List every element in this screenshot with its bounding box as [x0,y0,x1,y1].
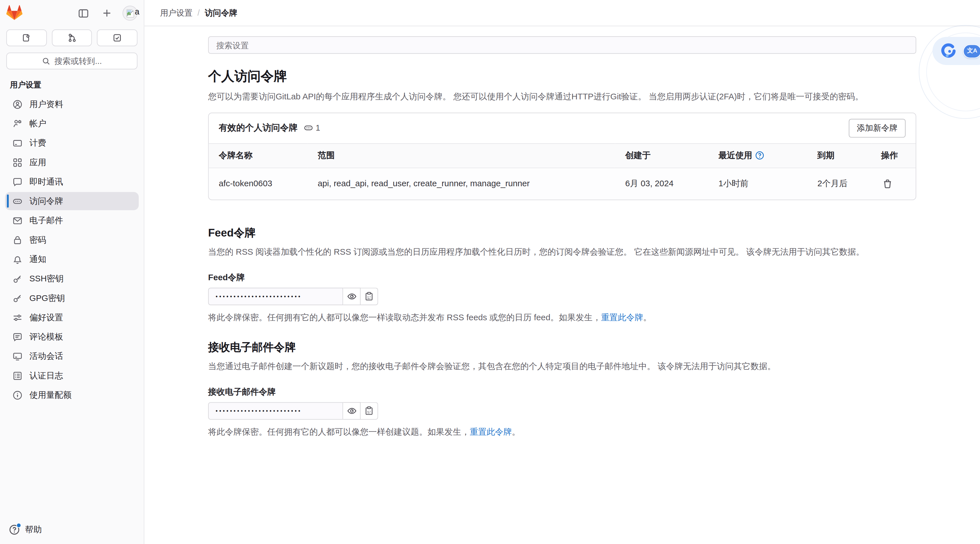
feed-token-copy-button[interactable] [361,288,378,305]
sidebar-item-label: 通知 [30,254,46,265]
help-label: 帮助 [25,524,42,536]
active-tokens-card: 有效的个人访问令牌 1 添加新令牌 令牌名称 范围 创建于 最近使用 [208,112,916,200]
sidebar-item-label: 用户资料 [30,99,63,110]
sidebar-item-label: 访问令牌 [30,195,63,207]
merge-requests-shortcut-button[interactable] [52,30,92,46]
envelope-icon [13,215,22,225]
translate-icon[interactable]: 文A [963,44,980,57]
sidebar-item-label: SSH密钥 [30,273,64,284]
search-icon [42,56,51,65]
email-token-field-label: 接收电子邮件令牌 [208,386,916,398]
col-last-used: 最近使用 [708,143,808,168]
sidebar-item-applications[interactable]: 应用 [5,153,139,171]
active-indicator [7,195,9,207]
todo-shortcut-button[interactable] [97,30,137,46]
feed-token-field-label: Feed令牌 [208,272,916,283]
col-scopes: 范围 [308,143,616,168]
breadcrumb-section[interactable]: 用户设置 [160,7,192,18]
sidebar-item-label: 电子邮件 [30,215,63,226]
sidebar-item-label: 认证日志 [30,370,63,381]
lock-icon [13,235,22,245]
sidebar-item-profile[interactable]: 用户资料 [5,95,139,113]
col-created: 创建于 [615,143,708,168]
feed-token-reveal-button[interactable] [343,288,361,305]
sidebar-item-billing[interactable]: 计费 [5,134,139,152]
email-token-description: 当您通过电子邮件创建一个新议题时，您的接收电子邮件令牌会验证您，其包含在您的个人… [208,360,916,373]
key-icon [13,274,22,284]
settings-content: 个人访问令牌 您可以为需要访问GitLab API的每个应用程序生成个人访问令牌… [145,26,980,438]
translate-extension-widget[interactable]: 文A [932,37,980,65]
breadcrumb-separator: / [197,8,200,18]
sidebar-item-chat[interactable]: 即时通讯 [5,172,139,191]
sidebar-section-label: 用户设置 [0,70,144,94]
sidebar-toggle-icon[interactable] [75,5,91,21]
sidebar-item-label: 偏好设置 [30,312,63,323]
sidebar-item-gpg-keys[interactable]: GPG密钥 [5,289,139,307]
token-created-cell: 6月 03, 2024 [615,168,708,199]
table-row: afc-token0603 api, read_api, read_user, … [209,168,916,199]
help-notification-dot [16,523,21,528]
sidebar-item-emails[interactable]: 电子邮件 [5,212,139,230]
last-used-help-icon[interactable] [755,151,764,160]
new-menu-plus-icon[interactable] [99,5,115,21]
sidebar-item-access-tokens[interactable]: 访问令牌 [5,192,139,210]
help-button[interactable]: 帮助 [0,517,144,544]
issues-icon [22,33,31,43]
sidebar-item-notifications[interactable]: 通知 [5,250,139,268]
sidebar: a 搜索或转到... 用户设置 用户资料 [0,0,145,544]
settings-search-input[interactable] [208,36,916,54]
token-count-badge: 1 [304,123,320,133]
sidebar-item-ssh-keys[interactable]: SSH密钥 [5,270,139,288]
page-title: 个人访问令牌 [208,68,916,85]
sidebar-item-password[interactable]: 密码 [5,231,139,249]
col-actions: 操作 [871,143,916,168]
avatar-alt-text: a [135,7,139,16]
main-area: 用户设置 / 访问令牌 个人访问令牌 您可以为需要访问GitLab API的每个… [145,0,980,544]
sidebar-nav: 用户资料 帐户 计费 应用 即时通讯 访问令牌 [0,94,144,517]
gauge-icon [13,390,22,400]
clipboard-copy-icon [364,292,374,301]
email-token-reset-link[interactable]: 重置此令牌 [469,427,512,436]
global-search-input[interactable]: 搜索或转到... [6,53,138,69]
feed-token-note: 将此令牌保密。任何拥有它的人都可以像您一样读取动态并发布 RSS feeds 或… [208,312,916,323]
sidebar-item-usage-quotas[interactable]: 使用量配额 [5,386,139,404]
sidebar-item-label: 帐户 [30,118,46,129]
app-viewport: a 搜索或转到... 用户设置 用户资料 [0,0,980,544]
email-token-title: 接收电子邮件令牌 [208,340,916,355]
chat-bubble-icon [13,177,22,187]
sidebar-topbar: a [0,0,144,26]
log-list-icon [13,370,22,380]
feed-token-description: 当您的 RSS 阅读器加载个性化的 RSS 订阅源或当您的日历应用程序加载个性化… [208,246,916,259]
feed-token-reset-link[interactable]: 重置此令牌 [601,313,643,322]
feed-token-masked-input[interactable]: •••••••••••••••••••••••• [208,288,343,305]
bell-icon [13,254,22,264]
email-token-masked-input[interactable]: •••••••••••••••••••••••• [208,402,343,420]
email-token-copy-button[interactable] [361,402,378,420]
extension-logo-icon[interactable] [940,43,956,59]
add-new-token-button[interactable]: 添加新令牌 [849,119,905,137]
gitlab-logo-icon[interactable] [6,5,22,21]
sidebar-item-label: 即时通讯 [30,176,63,187]
user-icon [13,99,22,109]
credit-card-icon [13,138,22,148]
token-scopes-cell: api, read_api, read_user, create_runner,… [308,168,616,199]
issues-shortcut-button[interactable] [6,30,46,46]
sidebar-shortcuts [0,26,144,46]
sidebar-item-active-sessions[interactable]: 活动会话 [5,347,139,365]
revoke-token-button[interactable] [881,177,894,190]
merge-request-icon [67,33,76,43]
sidebar-item-auth-log[interactable]: 认证日志 [5,367,139,385]
breadcrumb: 用户设置 / 访问令牌 [145,0,980,26]
trash-icon [882,179,892,189]
sidebar-item-label: 应用 [30,157,46,168]
col-expires: 到期 [808,143,871,168]
sidebar-item-comment-templates[interactable]: 评论模板 [5,328,139,346]
email-token-reveal-button[interactable] [343,402,361,420]
sidebar-item-label: 评论模板 [30,331,63,342]
page-description: 您可以为需要访问GitLab API的每个应用程序生成个人访问令牌。 您还可以使… [208,91,916,104]
feed-token-input-group: •••••••••••••••••••••••• [208,288,916,305]
sliders-icon [13,312,22,322]
sidebar-item-preferences[interactable]: 偏好设置 [5,308,139,327]
avatar[interactable]: a [123,6,138,21]
sidebar-item-account[interactable]: 帐户 [5,115,139,132]
